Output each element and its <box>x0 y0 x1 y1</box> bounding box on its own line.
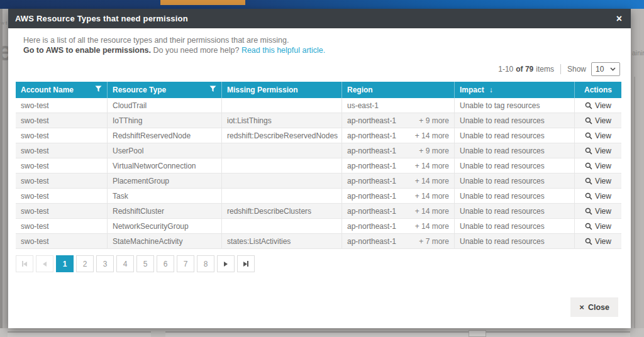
impact-cell: Unable to read resources <box>454 158 574 173</box>
view-button[interactable]: View <box>585 162 611 170</box>
table-row: swo-test UserPool ap-northeast-1 + 9 mor… <box>16 143 621 158</box>
view-button-label: View <box>595 237 611 246</box>
close-button-label: Close <box>588 303 609 312</box>
close-x-icon: × <box>579 302 584 312</box>
more-regions-badge[interactable]: + 14 more <box>415 222 449 231</box>
more-regions-badge[interactable]: + 14 more <box>415 131 449 140</box>
more-regions-badge[interactable]: + 14 more <box>415 162 449 170</box>
divider <box>560 64 561 74</box>
account-name-cell: swo-test <box>16 234 107 248</box>
close-icon[interactable]: × <box>616 14 622 24</box>
column-header-actions: Actions <box>574 82 621 98</box>
view-button-label: View <box>595 222 611 231</box>
region-name: ap-northeast-1 <box>347 116 396 125</box>
filter-icon[interactable] <box>209 86 216 94</box>
view-button[interactable]: View <box>585 146 611 155</box>
missing-permission-cell: states:ListActivities <box>221 234 341 248</box>
more-regions-badge[interactable]: + 9 more <box>419 146 449 155</box>
account-name-cell: swo-test <box>16 143 107 158</box>
view-button[interactable]: View <box>585 222 611 231</box>
magnifier-icon <box>585 147 592 155</box>
region-cell: us-east-1 <box>341 98 454 113</box>
resource-type-cell: StateMachineActivity <box>107 234 221 248</box>
helpful-article-link[interactable]: Read this helpful article. <box>242 46 325 55</box>
view-button[interactable]: View <box>585 192 611 201</box>
modal-title: AWS Resource Types that need permission <box>8 14 188 23</box>
pager-page-button[interactable]: 8 <box>197 255 214 272</box>
column-label: Actions <box>584 86 612 94</box>
pager-page-button[interactable]: 2 <box>76 255 94 272</box>
more-regions-badge[interactable]: + 7 more <box>419 237 449 246</box>
pager-page-button[interactable]: 3 <box>96 255 114 272</box>
skip-to-first-icon <box>22 260 27 268</box>
table-header-row: Account Name Resource Type Missing Permi… <box>16 82 621 98</box>
view-button[interactable]: View <box>585 131 611 140</box>
filter-icon[interactable] <box>95 86 102 94</box>
next-page-button[interactable] <box>217 255 235 272</box>
view-button-label: View <box>595 162 611 170</box>
magnifier-icon <box>585 132 592 140</box>
view-button[interactable]: View <box>585 116 611 125</box>
first-page-button[interactable] <box>16 255 33 272</box>
more-regions-badge[interactable]: + 14 more <box>415 192 449 201</box>
table-row: swo-test RedshiftReservedNode redshift:D… <box>16 128 621 143</box>
table-row: swo-test PlacementGroup ap-northeast-1 +… <box>16 174 621 189</box>
more-regions-badge[interactable]: + 14 more <box>415 177 449 185</box>
magnifier-icon <box>585 117 592 124</box>
region-cell: ap-northeast-1 + 14 more <box>341 158 454 173</box>
pager-page-button[interactable]: 4 <box>116 255 134 272</box>
region-cell: ap-northeast-1 + 14 more <box>341 219 454 233</box>
table-row: swo-test RedshiftCluster redshift:Descri… <box>16 204 621 219</box>
actions-cell: View <box>574 143 621 158</box>
region-cell: ap-northeast-1 + 9 more <box>341 113 454 128</box>
page-size-select[interactable]: 10 <box>591 62 620 76</box>
view-button[interactable]: View <box>585 237 611 246</box>
view-button[interactable]: View <box>585 207 611 216</box>
magnifier-icon <box>585 238 592 245</box>
sort-descending-icon: ↓ <box>489 86 493 94</box>
column-header-account-name[interactable]: Account Name <box>16 82 107 98</box>
background-card-edge <box>469 330 486 337</box>
account-name-cell: swo-test <box>16 113 107 128</box>
region-name: ap-northeast-1 <box>347 162 396 170</box>
missing-permission-cell <box>221 158 341 173</box>
last-page-button[interactable] <box>237 255 255 272</box>
region-cell: ap-northeast-1 + 14 more <box>341 204 454 218</box>
table-body: swo-test CloudTrail us-east-1 Unable to … <box>16 98 621 249</box>
pager-page-button[interactable]: 6 <box>157 255 174 272</box>
next-icon <box>224 260 228 268</box>
intro-bold: Go to AWS to enable permissions. <box>23 46 151 55</box>
close-button[interactable]: × Close <box>570 297 618 317</box>
view-button[interactable]: View <box>585 177 611 185</box>
magnifier-icon <box>585 162 592 170</box>
actions-cell: View <box>574 158 621 173</box>
pager-page-button[interactable]: 5 <box>136 255 154 272</box>
previous-icon <box>43 260 47 268</box>
column-header-missing-permission[interactable]: Missing Permission <box>221 82 341 98</box>
resource-type-cell: Task <box>107 189 221 203</box>
page-size-value: 10 <box>596 65 604 74</box>
resource-type-cell: RedshiftCluster <box>107 204 221 218</box>
more-regions-badge[interactable]: + 9 more <box>419 116 449 125</box>
account-name-cell: swo-test <box>16 189 107 203</box>
column-label: Region <box>347 86 373 94</box>
impact-cell: Unable to read resources <box>454 128 574 143</box>
column-header-impact[interactable]: Impact ↓ <box>454 82 574 98</box>
more-regions-badge[interactable]: + 14 more <box>415 207 449 216</box>
intro-line-2: Go to AWS to enable permissions. Do you … <box>23 45 325 55</box>
missing-permission-cell <box>221 189 341 203</box>
column-label: Account Name <box>21 86 74 94</box>
pager-page-button[interactable]: 1 <box>56 255 74 272</box>
column-header-resource-type[interactable]: Resource Type <box>107 82 221 98</box>
view-button[interactable]: View <box>585 101 611 110</box>
missing-permission-cell: redshift:DescribeReservedNodes <box>221 128 341 143</box>
pager-page-button[interactable]: 7 <box>177 255 194 272</box>
previous-page-button[interactable] <box>36 255 53 272</box>
region-name: ap-northeast-1 <box>347 146 396 155</box>
view-button-label: View <box>595 116 611 125</box>
column-header-region[interactable]: Region <box>341 82 454 98</box>
table-row: swo-test NetworkSecurityGroup ap-northea… <box>16 219 621 234</box>
table-row: swo-test VirtualNetworConnection ap-nort… <box>16 158 621 174</box>
missing-permission-cell: iot:ListThings <box>221 113 341 128</box>
actions-cell: View <box>574 128 621 143</box>
